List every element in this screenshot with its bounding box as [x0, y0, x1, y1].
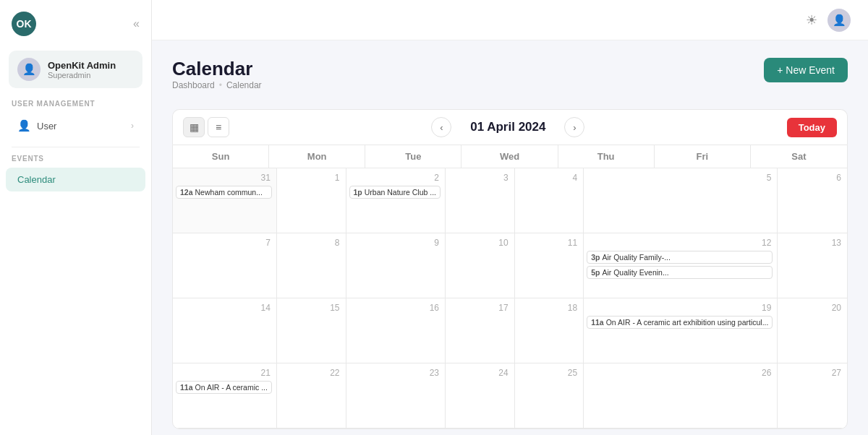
event-title: Urban Nature Club ... — [365, 188, 436, 197]
calendar-cell[interactable]: 27 — [778, 363, 847, 428]
calendar-cell[interactable]: 23 — [346, 363, 446, 428]
section-label-user-management: USER MANAGEMENT — [0, 100, 151, 112]
cell-date: 16 — [349, 303, 441, 313]
calendar-cell[interactable]: 16 — [346, 298, 446, 363]
sidebar-divider — [12, 147, 140, 147]
theme-toggle-icon[interactable]: ☀ — [806, 12, 817, 28]
calendar-cell[interactable]: 18 — [515, 298, 584, 363]
day-header-wed: Wed — [461, 145, 558, 168]
calendar-cell[interactable]: 11 — [515, 233, 584, 298]
cell-date: 4 — [518, 173, 579, 183]
grid-view-button[interactable]: ▦ — [183, 117, 205, 137]
sidebar-header: OK « — [0, 0, 151, 45]
calendar-cell[interactable]: 20 — [778, 298, 847, 363]
calendar-cell[interactable]: 7 — [173, 233, 277, 298]
calendar-cell[interactable]: 26 — [584, 363, 778, 428]
sidebar: OK « 👤 OpenKit Admin Superadmin USER MAN… — [0, 0, 152, 435]
avatar: 👤 — [17, 58, 41, 81]
calendar-event[interactable]: 11aOn AIR - A ceramic art exhibition usi… — [587, 316, 773, 329]
day-header-thu: Thu — [558, 145, 655, 168]
cell-date: 15 — [280, 303, 341, 313]
calendar-cell[interactable]: 8 — [277, 233, 346, 298]
calendar-event[interactable]: 1pUrban Nature Club ... — [349, 186, 441, 199]
calendar-cell[interactable]: 6 — [778, 168, 847, 233]
chevron-right-icon: › — [131, 121, 134, 131]
collapse-button[interactable]: « — [133, 17, 140, 30]
user-avatar[interactable]: 👤 — [827, 9, 851, 32]
day-header-sun: Sun — [173, 145, 269, 168]
event-title: On AIR - A ceramic art exhibition using … — [606, 318, 769, 327]
calendar-cell[interactable]: 22 — [277, 363, 346, 428]
cell-date: 23 — [349, 368, 441, 378]
cell-date: 25 — [518, 368, 579, 378]
sidebar-item-user[interactable]: 👤 User › — [6, 113, 145, 139]
cell-date: 21 — [176, 368, 272, 378]
breadcrumb-home[interactable]: Dashboard — [172, 80, 215, 90]
calendar-controls: ▦ ≡ ‹ 01 April 2024 › Today — [172, 109, 848, 145]
sidebar-item-calendar[interactable]: Calendar — [6, 168, 145, 191]
event-time: 11a — [591, 318, 604, 327]
cell-date: 7 — [176, 238, 272, 248]
cell-date: 6 — [780, 173, 843, 183]
cell-date: 5 — [587, 173, 773, 183]
day-header-mon: Mon — [269, 145, 365, 168]
new-event-button[interactable]: + New Event — [764, 58, 848, 82]
cell-date: 27 — [780, 368, 843, 378]
calendar-event[interactable]: 5pAir Quality Evenin... — [587, 266, 773, 279]
view-toggle: ▦ ≡ — [183, 117, 229, 137]
user-name: OpenKit Admin — [48, 60, 116, 71]
prev-month-button[interactable]: ‹ — [431, 117, 451, 137]
page-title: Calendar — [172, 58, 262, 80]
event-time: 1p — [354, 188, 362, 197]
cell-date: 26 — [587, 368, 773, 378]
calendar-cell[interactable]: 123pAir Quality Family-...5pAir Quality … — [584, 233, 778, 298]
calendar-header: Sun Mon Tue Wed Thu Fri Sat — [173, 145, 847, 168]
calendar-cell[interactable]: 13 — [778, 233, 847, 298]
user-card: 👤 OpenKit Admin Superadmin — [9, 51, 142, 88]
page-header: Calendar Dashboard • Calendar + New Even… — [172, 58, 848, 103]
today-button[interactable]: Today — [787, 118, 837, 137]
main-area: ☀ 👤 Calendar Dashboard • Calendar + New … — [152, 0, 868, 435]
event-title: On AIR - A ceramic ... — [195, 383, 268, 392]
cell-date: 11 — [518, 238, 579, 248]
calendar-grid: Sun Mon Tue Wed Thu Fri Sat 3112aNewham … — [172, 145, 848, 429]
calendar-event[interactable]: 11aOn AIR - A ceramic ... — [176, 381, 272, 394]
breadcrumb-current: Calendar — [226, 80, 262, 90]
calendar-cell[interactable]: 24 — [446, 363, 515, 428]
event-title: Air Quality Evenin... — [602, 268, 668, 277]
day-header-sat: Sat — [751, 145, 847, 168]
calendar-cell[interactable]: 4 — [515, 168, 584, 233]
cell-date: 14 — [176, 303, 272, 313]
calendar-cell[interactable]: 21pUrban Nature Club ... — [346, 168, 446, 233]
user-icon: 👤 — [17, 119, 31, 132]
cell-date: 8 — [280, 238, 341, 248]
cell-date: 19 — [587, 303, 773, 313]
calendar-cell[interactable]: 15 — [277, 298, 346, 363]
calendar-cell[interactable]: 1911aOn AIR - A ceramic art exhibition u… — [584, 298, 778, 363]
cell-date: 1 — [280, 173, 341, 183]
section-label-events: EVENTS — [0, 155, 151, 167]
calendar-cell[interactable]: 1 — [277, 168, 346, 233]
next-month-button[interactable]: › — [564, 117, 584, 137]
calendar-event[interactable]: 3pAir Quality Family-... — [587, 251, 773, 264]
calendar-cell[interactable]: 17 — [446, 298, 515, 363]
calendar-cell[interactable]: 3112aNewham commun... — [173, 168, 277, 233]
event-title: Air Quality Family-... — [602, 253, 671, 262]
calendar-cell[interactable]: 14 — [173, 298, 277, 363]
calendar-cell[interactable]: 25 — [515, 363, 584, 428]
cell-date: 22 — [280, 368, 341, 378]
breadcrumb: Dashboard • Calendar — [172, 80, 262, 90]
cell-date: 12 — [587, 238, 773, 248]
list-view-button[interactable]: ≡ — [208, 117, 229, 137]
sidebar-item-calendar-label: Calendar — [17, 174, 56, 185]
cell-date: 18 — [518, 303, 579, 313]
breadcrumb-separator: • — [219, 80, 222, 90]
calendar-cell[interactable]: 9 — [346, 233, 446, 298]
calendar-cell[interactable]: 10 — [446, 233, 515, 298]
cell-date: 3 — [448, 173, 510, 183]
calendar-cell[interactable]: 5 — [584, 168, 778, 233]
calendar-event[interactable]: 12aNewham commun... — [176, 186, 272, 199]
calendar-cell[interactable]: 3 — [446, 168, 515, 233]
day-header-fri: Fri — [655, 145, 751, 168]
calendar-cell[interactable]: 2111aOn AIR - A ceramic ... — [173, 363, 277, 428]
